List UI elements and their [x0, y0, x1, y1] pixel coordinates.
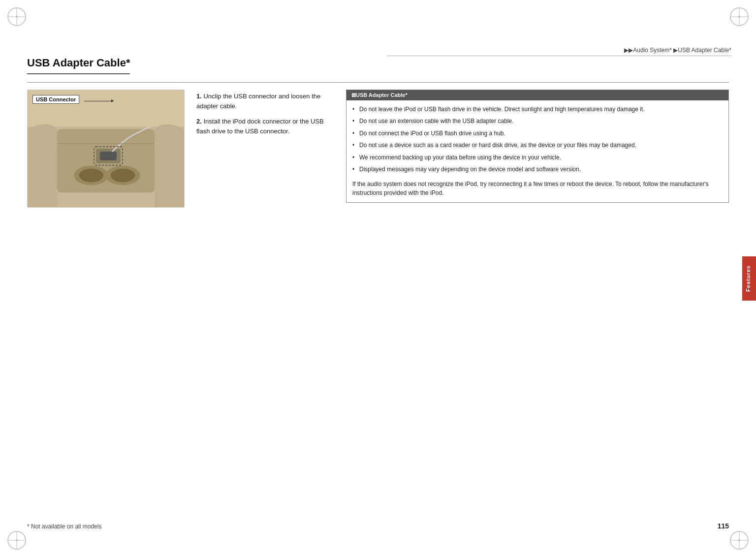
step-1: 1. Unclip the USB connector and loosen t…	[196, 92, 334, 111]
content-row: USB Connector 1. Unclip the USB connecto…	[27, 90, 729, 208]
notes-header: ⊠USB Adapter Cable*	[346, 90, 728, 100]
usb-connector-label: USB Connector	[32, 95, 79, 104]
step-2-text: Install the iPod dock connector or the U…	[196, 118, 324, 135]
title-divider	[27, 82, 729, 83]
features-tab: Features	[742, 256, 756, 301]
notes-bullet-1: Do not leave the iPod or USB flash drive…	[352, 105, 723, 114]
svg-point-21	[111, 169, 135, 183]
notes-bullet-6: Displayed messages may vary depending on…	[352, 165, 723, 174]
corner-decoration-bl	[5, 528, 29, 552]
svg-point-11	[16, 539, 18, 541]
notes-content: Do not leave the iPod or USB flash drive…	[346, 100, 728, 202]
corner-decoration-br	[727, 528, 751, 552]
footer-note: * Not available on all models	[27, 523, 101, 530]
notes-extra-text: If the audio system does not recognize t…	[352, 180, 723, 197]
image-column: USB Connector	[27, 90, 185, 208]
svg-point-20	[79, 169, 103, 183]
svg-point-7	[738, 16, 740, 18]
step-1-text: Unclip the USB connector and loosen the …	[196, 93, 320, 110]
corner-decoration-tl	[5, 5, 29, 29]
notes-bullet-3: Do not connect the iPod or USB flash dri…	[352, 129, 723, 138]
step-2: 2. Install the iPod dock connector or th…	[196, 117, 334, 136]
breadcrumb: ▶▶Audio System* ▶USB Adapter Cable*	[387, 47, 731, 56]
notes-bullet-2: Do not use an extension cable with the U…	[352, 117, 723, 125]
svg-rect-23	[100, 152, 117, 160]
main-content: USB Adapter Cable*	[27, 57, 729, 518]
step-2-number: 2.	[196, 118, 202, 125]
notes-column: ⊠USB Adapter Cable* Do not leave the iPo…	[346, 90, 729, 208]
usb-image: USB Connector	[27, 90, 185, 208]
page-number: 115	[718, 522, 729, 530]
svg-point-3	[16, 16, 18, 18]
notes-box: ⊠USB Adapter Cable* Do not leave the iPo…	[346, 90, 729, 203]
corner-decoration-tr	[727, 5, 751, 29]
svg-point-15	[738, 539, 740, 541]
page-title: USB Adapter Cable*	[27, 57, 130, 74]
step-1-number: 1.	[196, 93, 202, 100]
instructions-column: 1. Unclip the USB connector and loosen t…	[196, 90, 334, 208]
notes-bullets-list: Do not leave the iPod or USB flash drive…	[352, 105, 723, 174]
notes-bullet-4: Do not use a device such as a card reade…	[352, 141, 723, 150]
notes-bullet-5: We recommend backing up your data before…	[352, 154, 723, 162]
connector-arrow-line	[84, 101, 114, 101]
